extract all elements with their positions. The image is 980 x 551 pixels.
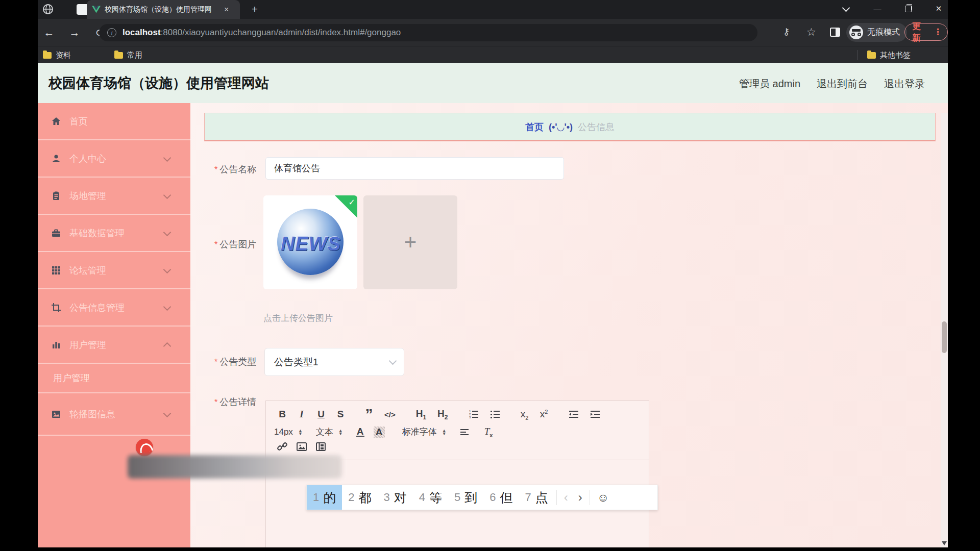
url-text: localhost:8080/xiaoyuantiyuchangguan/adm… (122, 28, 401, 38)
text-color-button[interactable]: A (356, 427, 364, 437)
sidebar-item-home[interactable]: 首页 (38, 103, 190, 140)
upload-hint: 点击上传公告图片 (263, 312, 333, 324)
active-tab[interactable]: 校园体育场馆（设施）使用管理网 × (87, 0, 240, 19)
page-scrollbar[interactable] (941, 113, 948, 547)
sidebar-item-carousel[interactable]: 轮播图信息 (38, 393, 190, 436)
window-close-button[interactable]: ✕ (927, 0, 948, 17)
uploaded-image-card[interactable]: NEWS ✓ (263, 195, 357, 289)
update-button[interactable]: 更新 ⋮ (904, 23, 948, 41)
outdent-icon[interactable] (569, 410, 579, 418)
underline-button[interactable]: U (317, 409, 325, 420)
exit-to-front-link[interactable]: 退出到前台 (817, 77, 868, 91)
scrollbar-thumb[interactable] (942, 321, 947, 353)
logout-link[interactable]: 退出登录 (884, 77, 925, 91)
chevron-down-icon (389, 357, 397, 365)
align-icon[interactable] (460, 429, 469, 436)
ime-candidate[interactable]: 3对 (378, 485, 413, 510)
back-button[interactable]: ← (41, 24, 57, 41)
ime-candidate[interactable]: 6但 (483, 485, 519, 510)
window-minimize-button[interactable]: — (866, 0, 889, 17)
password-key-icon[interactable]: ⚷ (783, 26, 790, 37)
ime-candidate[interactable]: 1的 (307, 485, 342, 510)
name-input[interactable]: 体育馆公告 (265, 157, 564, 180)
crop-icon (51, 303, 61, 313)
sidebar-item-forum[interactable]: 论坛管理 (38, 252, 190, 289)
name-label: *公告名称 (214, 163, 256, 176)
bookmark-star-icon[interactable]: ☆ (806, 26, 816, 38)
window-chevron-icon[interactable] (834, 0, 857, 17)
bookmarks-bar: 资料 常用 其他书签 (38, 46, 948, 63)
letterbox-bottom (0, 547, 980, 551)
new-tab-button[interactable]: + (248, 3, 261, 16)
h1-button[interactable]: H1 (416, 408, 426, 421)
ordered-list-icon[interactable]: 123 (469, 410, 479, 419)
highlight-color-button[interactable]: A (374, 427, 385, 438)
page-info-icon[interactable]: i (107, 28, 116, 37)
briefcase-icon (51, 228, 61, 238)
breadcrumb-current: 公告信息 (578, 121, 615, 133)
sidebar-item-users[interactable]: 用户管理 (38, 327, 190, 364)
chevron-down-icon (163, 228, 172, 236)
indent-icon[interactable] (590, 410, 600, 418)
page-viewport: 校园体育场馆（设施）使用管理网站 管理员 admin 退出到前台 退出登录 首页… (38, 63, 948, 547)
image-label: *公告图片 (214, 238, 256, 251)
type-label: *公告类型 (214, 356, 256, 368)
font-size-select[interactable]: 14px (274, 427, 293, 437)
superscript-button[interactable]: x2 (540, 409, 548, 420)
breadcrumb-home-link[interactable]: 首页 (525, 121, 544, 133)
insert-video-icon[interactable] (316, 442, 326, 451)
bold-button[interactable]: B (278, 409, 286, 420)
bullet-list-icon[interactable] (490, 410, 500, 419)
site-header: 校园体育场馆（设施）使用管理网站 管理员 admin 退出到前台 退出登录 (38, 63, 948, 103)
clipboard-icon (51, 191, 61, 201)
tab-title: 校园体育场馆（设施）使用管理网 (105, 5, 222, 14)
italic-button[interactable]: I (298, 409, 306, 420)
font-family-select[interactable]: 标准字体 (402, 426, 437, 438)
add-image-button[interactable]: + (363, 195, 457, 289)
sidebar-item-venue[interactable]: 场地管理 (38, 178, 190, 215)
forward-button[interactable]: → (66, 24, 83, 41)
ime-divider (590, 490, 590, 505)
sidebar-item-profile[interactable]: 个人中心 (38, 140, 190, 178)
other-bookmarks[interactable]: 其他书签 (867, 49, 911, 61)
h2-button[interactable]: H2 (437, 408, 448, 421)
plus-icon: + (404, 230, 417, 255)
sidebar-item-basedata[interactable]: 基础数据管理 (38, 215, 190, 252)
breadcrumb-emoticon: (•'◡'•) (549, 121, 573, 133)
tab-close-icon[interactable]: × (224, 5, 229, 14)
ime-candidate[interactable]: 5到 (448, 485, 483, 510)
tab-strip: 校园体育场馆（设施）使用管理网 × + — ✕ (38, 0, 948, 19)
admin-user-link[interactable]: 管理员 admin (739, 77, 800, 91)
sidebar-item-announcement[interactable]: 公告信息管理 (38, 289, 190, 327)
ime-emoji-button[interactable]: ☺ (592, 491, 614, 505)
ime-prev-button[interactable]: ‹ (559, 490, 573, 505)
chevron-down-icon (163, 191, 172, 199)
format-select[interactable]: 文本 (316, 426, 333, 438)
ime-candidate[interactable]: 4等 (413, 485, 448, 510)
code-button[interactable]: </> (384, 410, 396, 419)
side-panel-icon[interactable] (830, 27, 840, 37)
bookmark-folder-2[interactable]: 常用 (114, 49, 142, 61)
site-title: 校园体育场馆（设施）使用管理网站 (48, 74, 269, 92)
clear-format-button[interactable]: Tx (484, 426, 493, 438)
sidebar-subitem-users[interactable]: 用户管理 (38, 364, 190, 393)
chevron-down-icon (163, 154, 172, 162)
screen: 校园体育场馆（设施）使用管理网 × + — ✕ ← → ⟳ i localhos… (0, 0, 980, 551)
ime-candidate[interactable]: 2都 (342, 485, 377, 510)
insert-image-icon[interactable] (297, 442, 307, 451)
type-select[interactable]: 公告类型1 (264, 348, 404, 376)
subscript-button[interactable]: x2 (521, 409, 529, 421)
globe-icon[interactable] (42, 3, 54, 15)
blockquote-button[interactable]: ” (365, 412, 373, 417)
ime-candidate[interactable]: 7点 (519, 485, 554, 510)
window-restore-button[interactable] (896, 0, 920, 17)
bookmark-folder-1[interactable]: 资料 (43, 49, 71, 61)
overflow-menu-icon[interactable]: ⋮ (934, 31, 942, 34)
link-icon[interactable] (277, 442, 287, 452)
home-icon (51, 116, 61, 127)
ime-next-button[interactable]: › (573, 490, 587, 505)
address-bar[interactable]: i localhost:8080/xiaoyuantiyuchangguan/a… (99, 24, 757, 41)
scrollbar-down-arrow[interactable] (942, 541, 947, 545)
grid-icon (51, 265, 61, 276)
strike-button[interactable]: S (336, 409, 345, 420)
